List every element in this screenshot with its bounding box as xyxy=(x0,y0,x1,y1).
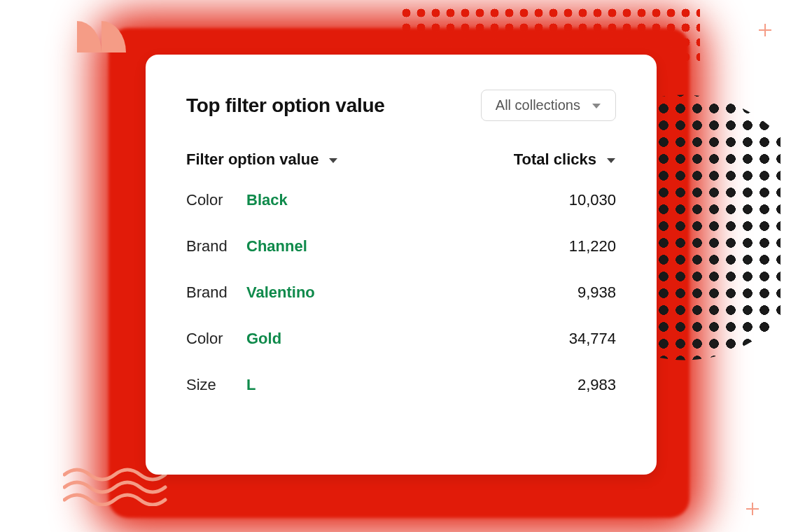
sort-icon xyxy=(328,150,338,169)
table-row: Brand Channel 11,220 xyxy=(186,237,616,255)
row-category: Brand xyxy=(186,237,246,255)
chevron-down-icon xyxy=(592,97,601,113)
card-title: Top filter option value xyxy=(186,94,384,117)
row-value: Gold xyxy=(246,330,569,348)
row-clicks: 9,938 xyxy=(578,284,616,302)
plus-decoration-top xyxy=(757,22,773,38)
table-row: Brand Valentino 9,938 xyxy=(186,284,616,302)
column-label-clicks: Total clicks xyxy=(514,150,596,169)
card-header: Top filter option value All collections xyxy=(186,90,616,121)
quarter-circles-decoration xyxy=(77,21,126,52)
row-value: Valentino xyxy=(246,284,578,302)
row-category: Size xyxy=(186,376,246,394)
row-value: Black xyxy=(246,191,569,209)
table-row: Color Gold 34,774 xyxy=(186,330,616,348)
row-category: Color xyxy=(186,191,246,209)
row-value: Channel xyxy=(246,237,569,255)
row-category: Brand xyxy=(186,284,246,302)
row-clicks: 34,774 xyxy=(569,330,616,348)
row-clicks: 11,220 xyxy=(569,237,616,255)
row-clicks: 10,030 xyxy=(569,191,616,209)
row-clicks: 2,983 xyxy=(578,376,616,394)
table-body: Color Black 10,030 Brand Channel 11,220 … xyxy=(186,191,616,394)
column-filter-option-value[interactable]: Filter option value xyxy=(186,150,338,169)
column-label-option: Filter option value xyxy=(186,150,318,169)
row-category: Color xyxy=(186,330,246,348)
collections-dropdown-label: All collections xyxy=(496,97,580,113)
collections-dropdown[interactable]: All collections xyxy=(481,90,616,121)
analytics-card: Top filter option value All collections … xyxy=(146,55,657,475)
table-row: Color Black 10,030 xyxy=(186,191,616,209)
plus-decoration-bottom xyxy=(745,501,760,517)
table-header-row: Filter option value Total clicks xyxy=(186,150,616,169)
table-row: Size L 2,983 xyxy=(186,376,616,394)
sort-icon xyxy=(606,150,616,169)
column-total-clicks[interactable]: Total clicks xyxy=(514,150,616,169)
row-value: L xyxy=(246,376,578,394)
